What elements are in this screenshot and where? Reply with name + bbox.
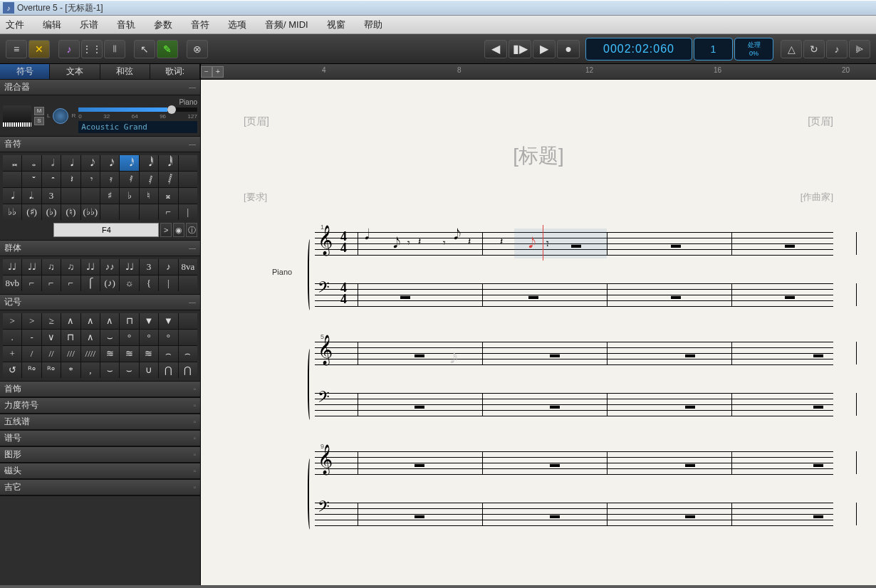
pencil-tool[interactable]: ✎ [157, 40, 178, 58]
page-header-right[interactable]: [页眉] [808, 115, 833, 128]
note-cell[interactable]: ♭♭ [3, 204, 21, 220]
note-cell[interactable]: 𝅘𝅥𝅰 [120, 155, 138, 171]
page-sub-right[interactable]: [作曲家] [801, 191, 833, 204]
mark-cell[interactable]: ⊓ [120, 313, 138, 329]
note-cell[interactable]: 𝅂 [159, 172, 177, 187]
score-ruler[interactable]: − + 48121620 [201, 64, 876, 80]
tab-chords[interactable]: 和弦 [100, 64, 150, 79]
group-cell[interactable]: ⌐ [61, 275, 80, 291]
treble-staff[interactable]: 𝄞▬▬▬▬𝅘𝅥𝅯 [315, 342, 833, 364]
group-cell[interactable]: 3 [140, 259, 158, 275]
note-cell[interactable] [81, 188, 100, 204]
mark-cell[interactable]: // [42, 346, 61, 362]
note-cell[interactable]: 𝄻 [22, 172, 41, 187]
note-cell[interactable]: 𝅘𝅥𝅮 [81, 155, 100, 171]
collapsed-panel-header[interactable]: 五线谱▫ [0, 414, 200, 430]
mark-cell[interactable]: /// [61, 346, 80, 362]
mark-cell[interactable]: ▼ [159, 313, 177, 329]
bass-staff[interactable]: 𝄢44▬▬▬▬ [315, 283, 833, 306]
collapsed-panel-header[interactable]: 力度符号▫ [0, 398, 200, 414]
note-cell[interactable] [120, 204, 138, 220]
mark-cell[interactable]: . [3, 330, 21, 345]
mark-cell[interactable]: ° [120, 330, 138, 345]
solo-button[interactable]: S [34, 117, 44, 125]
info-button[interactable]: ⓘ [186, 223, 197, 237]
mark-cell[interactable]: ⌣ [100, 362, 119, 378]
group-cell[interactable]: ♩♩ [3, 259, 21, 275]
mark-cell[interactable]: ⋂ [159, 362, 177, 378]
pan-knob[interactable] [53, 108, 68, 124]
mark-cell[interactable]: ∪ [140, 362, 158, 378]
groups-header[interactable]: 群体— [0, 241, 200, 256]
group-cell[interactable]: 8va [179, 259, 197, 275]
mixer-header[interactable]: 混合器— [0, 80, 200, 95]
note-cell[interactable] [179, 155, 197, 171]
group-cell[interactable]: ⌐ [22, 275, 41, 291]
mark-cell[interactable]: ∧ [81, 313, 100, 329]
treble-staff[interactable]: 𝄞▬▬▬▬ [315, 451, 833, 474]
menu-window[interactable]: 视窗 [327, 19, 345, 31]
note-cell[interactable]: 𝅗𝅥 [42, 155, 61, 171]
volume-slider[interactable] [78, 107, 197, 112]
score-page[interactable]: [页眉] [页眉] [标题] [要求] [作曲家] Piano1𝄞44𝅘𝅥𝅘𝅥𝅮… [201, 80, 876, 585]
delete-button[interactable]: ⊗ [187, 40, 208, 58]
ruler-minus[interactable]: − [201, 66, 212, 78]
menu-audio-midi[interactable]: 音频/ MIDI [265, 19, 308, 31]
menu-score[interactable]: 乐谱 [80, 19, 98, 31]
note-cell[interactable]: 𝅘𝅥𝅱 [140, 155, 158, 171]
note-tool-button[interactable]: ♪ [58, 40, 80, 58]
note-cell[interactable] [100, 204, 119, 220]
mark-cell[interactable] [179, 313, 197, 329]
group-cell[interactable]: ♫ [42, 259, 61, 275]
collapsed-panel-header[interactable]: 磁头▫ [0, 463, 200, 479]
note-cell[interactable]: 𝅘𝅥 [61, 155, 80, 171]
note-cell[interactable]: 𝅘𝅥𝅯 [100, 155, 119, 171]
note-input[interactable] [53, 223, 159, 237]
rewind-button[interactable]: ◀ [484, 40, 507, 58]
note-cell[interactable]: 𝅀 [120, 172, 138, 187]
mark-cell[interactable]: , [81, 362, 100, 378]
mark-cell[interactable]: / [22, 346, 41, 362]
stop-button[interactable]: ▮▶ [509, 40, 531, 58]
mark-cell[interactable]: ⊓ [61, 330, 80, 345]
mark-cell[interactable]: ° [159, 330, 177, 345]
loop-button[interactable]: ↻ [803, 40, 825, 58]
note-cell[interactable]: ⌐ [159, 204, 177, 220]
note-cell[interactable]: 𝄿 [100, 172, 119, 187]
mark-cell[interactable]: ∧ [61, 313, 80, 329]
mark-cell[interactable]: ᴿᵒ [42, 362, 61, 378]
menu-track[interactable]: 音轨 [117, 19, 135, 31]
note-cell[interactable] [140, 204, 158, 220]
record-button[interactable]: ● [557, 40, 580, 58]
group-cell[interactable]: ⌐ [42, 275, 61, 291]
tab-symbols[interactable]: 符号 [0, 64, 50, 79]
page-title[interactable]: [标题] [244, 142, 833, 169]
note-cell[interactable]: 𝅘𝅥𝅲 [159, 155, 177, 171]
quantize-button[interactable]: ♪ [826, 40, 848, 58]
mark-cell[interactable]: ≥ [42, 313, 61, 329]
collapsed-panel-header[interactable]: 吉它▫ [0, 480, 200, 495]
globe-button[interactable]: ◉ [173, 223, 184, 237]
treble-staff[interactable]: 𝄞44𝅘𝅥𝅘𝅥𝅮𝄾𝄽𝄾𝅘𝅥𝅮𝄽𝄽𝅘𝅥𝅮𝄾.▬▬▬ [315, 232, 833, 255]
bass-staff[interactable]: 𝄢▬▬▬▬ [315, 393, 833, 416]
note-cell[interactable]: (♭) [42, 204, 61, 220]
note-cell[interactable]: 𝅘𝅥. [3, 188, 21, 204]
mark-cell[interactable]: ∧ [100, 313, 119, 329]
note-cell[interactable]: (♭♭) [81, 204, 100, 220]
collapsed-panel-header[interactable]: 谱号▫ [0, 431, 200, 446]
play-button[interactable]: ▶ [533, 40, 556, 58]
notes-header[interactable]: 音符— [0, 137, 200, 152]
mark-cell[interactable]: > [3, 313, 21, 329]
menu-file[interactable]: 文件 [6, 19, 24, 31]
menu-help[interactable]: 帮助 [364, 19, 382, 31]
group-cell[interactable]: ♫ [61, 259, 80, 275]
mark-cell[interactable]: ⌢ [159, 346, 177, 362]
note-cell[interactable]: ♮ [140, 188, 158, 204]
ruler-plus[interactable]: + [212, 66, 224, 78]
mark-cell[interactable]: ≋ [100, 346, 119, 362]
mark-cell[interactable]: ⌣ [100, 330, 119, 345]
menu-edit[interactable]: 编辑 [43, 19, 61, 31]
mark-cell[interactable]: - [22, 330, 41, 345]
marks-header[interactable]: 记号— [0, 295, 200, 310]
menu-params[interactable]: 参数 [154, 19, 172, 31]
